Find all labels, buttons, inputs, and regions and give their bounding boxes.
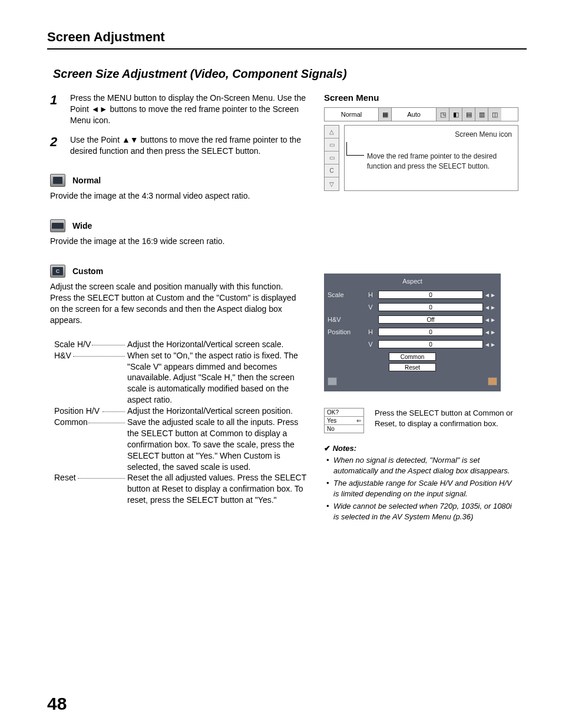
step-text: Press the MENU button to display the On-… [70, 93, 306, 126]
adjust-arrows-icon[interactable]: ◄► [483, 304, 497, 311]
row-label: Position [328, 328, 363, 335]
mode-desc: Provide the image at the 4:3 normal vide… [50, 190, 306, 202]
note-item: When no signal is detected, "Normal" is … [333, 455, 518, 476]
note-item: The adjustable range for Scale H/V and P… [333, 478, 518, 499]
mode-desc: Adjust the screen scale and position man… [50, 281, 306, 326]
mode-title: Normal [72, 176, 101, 185]
osd-item-icon: ▭ [325, 151, 339, 164]
row-sublabel: V [363, 304, 378, 311]
mode-wide: Wide Provide the image at the 16:9 wide … [50, 219, 306, 247]
osd-move-label: Move the red frame pointer to the desire… [367, 151, 512, 172]
param-desc: Save the adjusted scale to all the input… [127, 417, 306, 472]
quit-icon[interactable] [328, 377, 337, 386]
page-number: 48 [47, 694, 67, 714]
step-number: 1 [50, 93, 70, 126]
mode-desc: Provide the image at the 16:9 wide scree… [50, 236, 306, 247]
osd-icon: ▤ [462, 108, 475, 121]
osd-item-icon: ▭ [325, 139, 339, 151]
param-label: Common [54, 417, 88, 427]
row-sublabel: H [363, 328, 378, 335]
screen-menu-heading: Screen Menu [324, 93, 518, 103]
osd-sidebar: △ ▭ ▭ C ▽ [324, 125, 339, 191]
mode-normal: Normal Provide the image at the 4:3 norm… [50, 174, 306, 202]
step-2: 2 Use the Point ▲▼ buttons to move the r… [50, 134, 306, 157]
row-value[interactable]: 0 [378, 303, 483, 311]
confirm-yes[interactable]: Yes⇐ [325, 417, 363, 425]
param-desc: When set to "On," the aspect ratio is fi… [127, 350, 306, 406]
confirm-box: OK? Yes⇐ No [324, 408, 364, 433]
row-value[interactable]: Off [378, 315, 483, 324]
osd-icon: ▥ [475, 108, 488, 121]
row-sublabel: H [363, 291, 378, 298]
confirm-ok-label: OK? [325, 409, 363, 417]
notes-heading: Notes: [324, 444, 518, 453]
param-desc: Adjust the Horizontal/Vertical screen sc… [127, 339, 306, 350]
return-icon[interactable] [488, 377, 497, 386]
osd-top-bar: Normal ▦ Auto ◳ ◧ ▤ ▥ ◫ [324, 107, 518, 121]
row-label: H&V [328, 316, 363, 323]
confirm-text: Press the SELECT button at Common or Res… [375, 408, 518, 429]
custom-icon: C [50, 265, 65, 278]
row-sublabel: V [363, 341, 378, 348]
pointer-icon: ⇐ [356, 417, 361, 424]
notes-list: When no signal is detected, "Normal" is … [324, 455, 518, 522]
adjust-arrows-icon[interactable]: ◄► [483, 341, 497, 348]
param-desc: Reset the all adjusted values. Press the… [127, 472, 306, 506]
row-value[interactable]: 0 [378, 291, 483, 299]
row-value[interactable]: 0 [378, 340, 483, 348]
param-label: H&V [54, 351, 71, 360]
mode-title: Wide [72, 221, 92, 230]
aspect-panel: Aspect ScaleH0◄► V0◄► H&VOff◄► PositionH… [324, 274, 501, 391]
osd-icon: ◫ [488, 108, 501, 121]
step-1: 1 Press the MENU button to display the O… [50, 93, 306, 126]
osd-icon: ▦ [379, 108, 392, 121]
mode-title: Custom [72, 266, 103, 276]
row-value[interactable]: 0 [378, 328, 483, 336]
wide-icon [50, 219, 65, 232]
common-button[interactable]: Common [389, 353, 436, 361]
osd-body: Screen Menu icon Move the red frame poin… [344, 125, 518, 191]
mode-custom: C Custom Adjust the screen scale and pos… [50, 265, 306, 326]
aspect-title: Aspect [328, 276, 497, 288]
note-item: Wide cannot be selected when 720p, 1035i… [333, 501, 518, 522]
normal-icon [50, 174, 65, 187]
osd-mode-label: Normal [325, 108, 379, 121]
page-header: Screen Adjustment [47, 29, 527, 50]
param-label: Position H/V [54, 406, 100, 416]
osd-icon: ◳ [437, 108, 449, 121]
up-arrow-icon: △ [325, 126, 339, 139]
adjust-arrows-icon[interactable]: ◄► [483, 329, 497, 335]
param-list: Scale H/VAdjust the Horizontal/Vertical … [54, 339, 306, 506]
osd-auto-label: Auto [392, 108, 437, 121]
row-label: Scale [328, 291, 363, 298]
step-text: Use the Point ▲▼ buttons to move the red… [70, 134, 306, 157]
adjust-arrows-icon[interactable]: ◄► [483, 292, 497, 298]
reset-button[interactable]: Reset [389, 363, 436, 371]
osd-icon: ◧ [449, 108, 462, 121]
adjust-arrows-icon[interactable]: ◄► [483, 317, 497, 323]
down-arrow-icon: ▽ [325, 177, 339, 190]
param-label: Scale H/V [54, 340, 91, 349]
osd-item-icon: C [325, 164, 339, 177]
section-title: Screen Size Adjustment (Video, Component… [53, 67, 527, 81]
step-number: 2 [50, 134, 70, 157]
param-label: Reset [54, 473, 76, 482]
confirm-no[interactable]: No [325, 425, 363, 433]
param-desc: Adjust the Horizontal/Vertical screen po… [127, 406, 306, 417]
osd-icon-label: Screen Menu icon [351, 130, 512, 139]
